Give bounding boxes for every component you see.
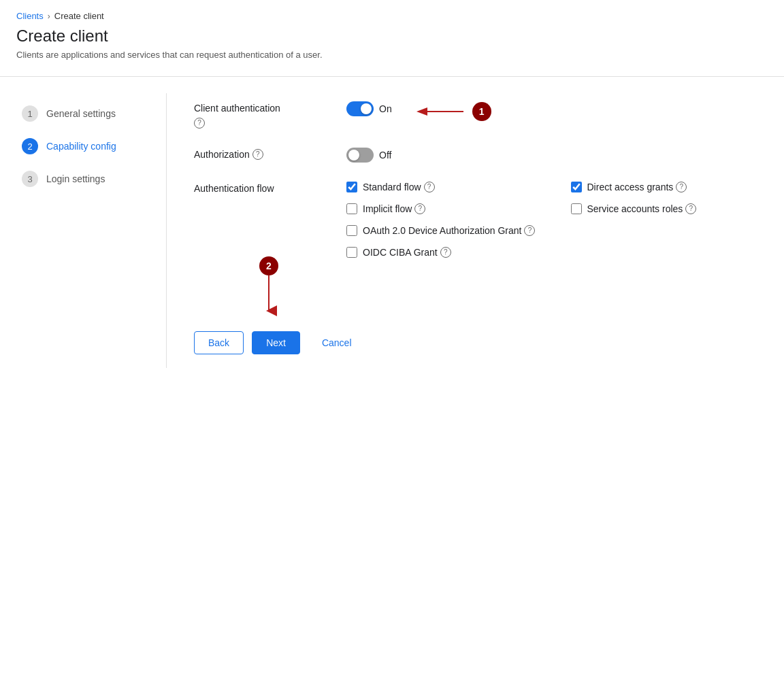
empty-cell-r3c2 — [571, 225, 768, 241]
page-subtitle: Clients are applications and services th… — [16, 50, 768, 60]
service-accounts-checkbox[interactable] — [571, 203, 582, 214]
content-panel: Client authentication ? On — [166, 93, 768, 368]
client-auth-help-icon[interactable]: ? — [194, 118, 205, 129]
checkbox-direct-access: Direct access grants ? — [571, 182, 768, 192]
implicit-flow-label: Implicit flow ? — [363, 203, 425, 214]
breadcrumb-separator: › — [48, 12, 50, 21]
client-auth-control: On 1 — [346, 99, 768, 122]
authorization-toggle-thumb — [348, 150, 359, 161]
auth-flow-label: Authentication flow — [194, 183, 330, 194]
annotation-arrow-1 — [412, 101, 467, 122]
main-layout: 1 General settings 2 Capability config 3… — [0, 77, 784, 384]
service-accounts-label: Service accounts roles ? — [587, 203, 697, 214]
back-button[interactable]: Back — [194, 331, 244, 354]
authorization-toggle-container: Off — [346, 148, 391, 163]
step-login-settings[interactable]: 3 Login settings — [16, 164, 166, 194]
direct-access-label: Direct access grants ? — [587, 182, 687, 192]
oidc-ciba-checkbox[interactable] — [346, 247, 357, 258]
annotation-2-area: 2 — [259, 256, 279, 316]
authorization-control: Off — [346, 145, 768, 163]
client-auth-toggle-thumb — [361, 103, 372, 114]
auth-flow-control: Standard flow ? Direct access grants ? — [346, 179, 768, 263]
standard-flow-checkbox[interactable] — [346, 182, 357, 192]
client-auth-toggle[interactable] — [346, 101, 374, 116]
breadcrumb-current: Create client — [54, 11, 104, 21]
footer-buttons: Back Next Cancel — [194, 304, 768, 368]
footer-area: 2 Back Next Cancel — [194, 304, 768, 368]
checkbox-oidc-ciba: OIDC CIBA Grant ? — [346, 247, 544, 258]
auth-flow-grid: Standard flow ? Direct access grants ? — [346, 182, 768, 263]
step-3-label: Login settings — [46, 173, 105, 184]
annotation-circle-1: 1 — [472, 102, 491, 121]
page-title: Create client — [16, 27, 768, 46]
oidc-ciba-help-icon[interactable]: ? — [440, 247, 451, 258]
step-2-number: 2 — [22, 138, 38, 154]
oauth-device-help-icon[interactable]: ? — [524, 225, 535, 236]
authorization-label-col: Authorization ? — [194, 145, 330, 160]
client-auth-row: Client authentication ? On — [194, 99, 768, 129]
client-auth-toggle-container: On — [346, 101, 392, 116]
standard-flow-label: Standard flow ? — [363, 182, 435, 192]
step-1-number: 1 — [22, 105, 38, 122]
next-button[interactable]: Next — [252, 331, 300, 354]
checkbox-service-accounts: Service accounts roles ? — [571, 203, 768, 214]
authorization-help-icon[interactable]: ? — [252, 149, 263, 160]
step-general-settings[interactable]: 1 General settings — [16, 99, 166, 129]
sidebar: 1 General settings 2 Capability config 3… — [16, 93, 166, 368]
client-auth-label-col: Client authentication ? — [194, 99, 330, 129]
authorization-label: Authorization ? — [194, 149, 330, 160]
step-2-label: Capability config — [46, 141, 116, 152]
service-accounts-help-icon[interactable]: ? — [685, 203, 696, 214]
implicit-flow-checkbox[interactable] — [346, 203, 357, 214]
implicit-flow-help-icon[interactable]: ? — [414, 203, 425, 214]
checkbox-standard-flow: Standard flow ? — [346, 182, 544, 192]
standard-flow-help-icon[interactable]: ? — [424, 182, 435, 192]
authorization-row: Authorization ? Off — [194, 145, 768, 163]
authorization-status: Off — [379, 150, 391, 161]
annotation-circle-2: 2 — [259, 256, 278, 275]
step-capability-config[interactable]: 2 Capability config — [16, 131, 166, 161]
client-auth-status: On — [379, 103, 392, 114]
checkbox-oauth-device: OAuth 2.0 Device Authorization Grant ? — [346, 225, 544, 236]
oidc-ciba-label: OIDC CIBA Grant ? — [363, 247, 451, 258]
breadcrumb-clients-link[interactable]: Clients — [16, 11, 44, 21]
authorization-toggle[interactable] — [346, 148, 374, 163]
annotation-arrow-2 — [259, 275, 279, 316]
step-3-number: 3 — [22, 171, 38, 187]
checkbox-implicit-flow: Implicit flow ? — [346, 203, 544, 214]
cancel-button[interactable]: Cancel — [308, 332, 365, 354]
oauth-device-checkbox[interactable] — [346, 225, 357, 236]
direct-access-checkbox[interactable] — [571, 182, 582, 192]
oauth-device-label: OAuth 2.0 Device Authorization Grant ? — [363, 225, 535, 236]
client-auth-label: Client authentication — [194, 103, 330, 114]
auth-flow-row: Authentication flow Standard flow ? — [194, 179, 768, 263]
breadcrumb: Clients › Create client — [0, 0, 784, 27]
auth-flow-label-col: Authentication flow — [194, 179, 330, 194]
page-header: Create client Clients are applications a… — [0, 27, 784, 71]
step-1-label: General settings — [46, 108, 116, 119]
direct-access-help-icon[interactable]: ? — [676, 182, 687, 192]
